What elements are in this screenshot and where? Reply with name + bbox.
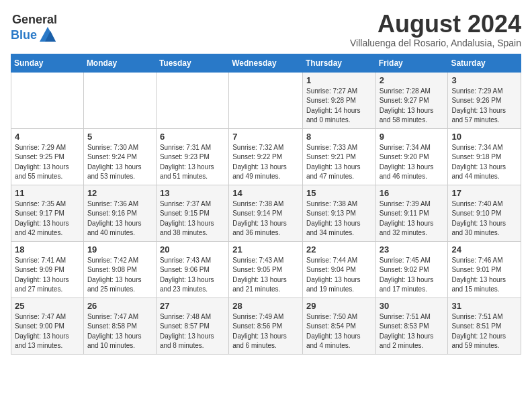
day-cell [229, 72, 303, 128]
day-number: 3 [451, 75, 517, 85]
day-cell: 5Sunrise: 7:30 AMSunset: 9:24 PMDaylight… [83, 128, 156, 185]
day-cell: 13Sunrise: 7:37 AMSunset: 9:15 PMDayligh… [156, 185, 228, 241]
day-cell: 2Sunrise: 7:28 AMSunset: 9:27 PMDaylight… [375, 72, 448, 128]
day-info: Sunrise: 7:28 AMSunset: 9:27 PMDaylight:… [380, 87, 445, 126]
day-number: 12 [87, 188, 152, 198]
day-number: 10 [451, 132, 517, 142]
day-info: Sunrise: 7:40 AMSunset: 9:10 PMDaylight:… [451, 199, 517, 238]
day-info: Sunrise: 7:42 AMSunset: 9:08 PMDaylight:… [87, 256, 152, 295]
day-cell: 15Sunrise: 7:38 AMSunset: 9:13 PMDayligh… [302, 185, 375, 241]
day-number: 26 [87, 301, 152, 311]
day-number: 25 [15, 301, 80, 311]
logo: General Blue [11, 13, 57, 44]
day-cell: 25Sunrise: 7:47 AMSunset: 9:00 PMDayligh… [11, 298, 84, 354]
day-number: 5 [87, 132, 152, 142]
day-number: 9 [380, 132, 445, 142]
logo-general: General [12, 13, 57, 26]
day-info: Sunrise: 7:34 AMSunset: 9:18 PMDaylight:… [451, 143, 517, 182]
day-cell [156, 72, 228, 128]
day-info: Sunrise: 7:48 AMSunset: 8:57 PMDaylight:… [160, 312, 225, 351]
location-subtitle: Villaluenga del Rosario, Andalusia, Spai… [350, 38, 521, 48]
day-cell: 4Sunrise: 7:29 AMSunset: 9:25 PMDaylight… [11, 128, 84, 185]
day-number: 19 [87, 244, 152, 255]
day-number: 15 [306, 188, 372, 198]
day-number: 18 [15, 244, 80, 255]
logo-blue: Blue [11, 29, 37, 41]
day-info: Sunrise: 7:29 AMSunset: 9:25 PMDaylight:… [15, 143, 80, 182]
calendar-table: SundayMondayTuesdayWednesdayThursdayFrid… [11, 54, 521, 355]
day-info: Sunrise: 7:33 AMSunset: 9:21 PMDaylight:… [306, 143, 372, 182]
day-info: Sunrise: 7:36 AMSunset: 9:16 PMDaylight:… [87, 199, 152, 238]
day-number: 14 [232, 188, 299, 198]
day-info: Sunrise: 7:37 AMSunset: 9:15 PMDaylight:… [160, 199, 225, 238]
day-cell: 19Sunrise: 7:42 AMSunset: 9:08 PMDayligh… [83, 241, 156, 298]
day-info: Sunrise: 7:32 AMSunset: 9:22 PMDaylight:… [232, 143, 299, 182]
col-header-friday: Friday [375, 54, 448, 72]
col-header-saturday: Saturday [448, 54, 521, 72]
header-row: SundayMondayTuesdayWednesdayThursdayFrid… [11, 54, 521, 72]
title-area: August 2024 Villaluenga del Rosario, And… [350, 11, 521, 48]
day-cell: 1Sunrise: 7:27 AMSunset: 9:28 PMDaylight… [302, 72, 375, 128]
day-info: Sunrise: 7:38 AMSunset: 9:13 PMDaylight:… [306, 199, 372, 238]
day-info: Sunrise: 7:39 AMSunset: 9:11 PMDaylight:… [380, 199, 445, 238]
day-number: 28 [232, 301, 299, 311]
day-cell: 12Sunrise: 7:36 AMSunset: 9:16 PMDayligh… [83, 185, 156, 241]
day-info: Sunrise: 7:34 AMSunset: 9:20 PMDaylight:… [380, 143, 445, 182]
day-number: 8 [306, 132, 372, 142]
day-info: Sunrise: 7:47 AMSunset: 9:00 PMDaylight:… [15, 312, 80, 351]
day-info: Sunrise: 7:43 AMSunset: 9:06 PMDaylight:… [160, 256, 225, 295]
day-info: Sunrise: 7:31 AMSunset: 9:23 PMDaylight:… [160, 143, 225, 182]
day-number: 7 [232, 132, 299, 142]
week-row-1: 1Sunrise: 7:27 AMSunset: 9:28 PMDaylight… [11, 72, 521, 128]
day-cell: 24Sunrise: 7:46 AMSunset: 9:01 PMDayligh… [448, 241, 521, 298]
day-info: Sunrise: 7:46 AMSunset: 9:01 PMDaylight:… [451, 256, 517, 295]
day-info: Sunrise: 7:38 AMSunset: 9:14 PMDaylight:… [232, 199, 299, 238]
day-number: 2 [380, 75, 445, 85]
day-cell: 28Sunrise: 7:49 AMSunset: 8:56 PMDayligh… [229, 298, 303, 354]
day-number: 17 [451, 188, 517, 198]
week-row-2: 4Sunrise: 7:29 AMSunset: 9:25 PMDaylight… [11, 128, 521, 185]
day-number: 11 [15, 188, 80, 198]
day-cell: 10Sunrise: 7:34 AMSunset: 9:18 PMDayligh… [448, 128, 521, 185]
day-cell: 30Sunrise: 7:51 AMSunset: 8:53 PMDayligh… [375, 298, 448, 354]
day-info: Sunrise: 7:43 AMSunset: 9:05 PMDaylight:… [232, 256, 299, 295]
day-cell: 21Sunrise: 7:43 AMSunset: 9:05 PMDayligh… [229, 241, 303, 298]
day-cell [11, 72, 84, 128]
day-number: 16 [380, 188, 445, 198]
day-cell: 31Sunrise: 7:51 AMSunset: 8:51 PMDayligh… [448, 298, 521, 354]
month-title: August 2024 [350, 11, 521, 38]
day-number: 6 [160, 132, 225, 142]
day-cell: 22Sunrise: 7:44 AMSunset: 9:04 PMDayligh… [302, 241, 375, 298]
day-info: Sunrise: 7:50 AMSunset: 8:54 PMDaylight:… [306, 312, 372, 351]
day-cell: 20Sunrise: 7:43 AMSunset: 9:06 PMDayligh… [156, 241, 228, 298]
day-number: 20 [160, 244, 225, 255]
day-number: 24 [451, 244, 517, 255]
day-cell [83, 72, 156, 128]
day-info: Sunrise: 7:30 AMSunset: 9:24 PMDaylight:… [87, 143, 152, 182]
day-number: 23 [380, 244, 445, 255]
col-header-tuesday: Tuesday [156, 54, 228, 72]
day-cell: 8Sunrise: 7:33 AMSunset: 9:21 PMDaylight… [302, 128, 375, 185]
day-info: Sunrise: 7:49 AMSunset: 8:56 PMDaylight:… [232, 312, 299, 351]
day-cell: 27Sunrise: 7:48 AMSunset: 8:57 PMDayligh… [156, 298, 228, 354]
day-number: 13 [160, 188, 225, 198]
day-cell: 14Sunrise: 7:38 AMSunset: 9:14 PMDayligh… [229, 185, 303, 241]
week-row-3: 11Sunrise: 7:35 AMSunset: 9:17 PMDayligh… [11, 185, 521, 241]
col-header-sunday: Sunday [11, 54, 84, 72]
col-header-wednesday: Wednesday [229, 54, 303, 72]
day-cell: 17Sunrise: 7:40 AMSunset: 9:10 PMDayligh… [448, 185, 521, 241]
day-cell: 23Sunrise: 7:45 AMSunset: 9:02 PMDayligh… [375, 241, 448, 298]
day-info: Sunrise: 7:51 AMSunset: 8:51 PMDaylight:… [451, 312, 517, 351]
header: General Blue August 2024 Villaluenga del… [11, 11, 521, 48]
day-number: 29 [306, 301, 372, 311]
day-info: Sunrise: 7:45 AMSunset: 9:02 PMDaylight:… [380, 256, 445, 295]
day-number: 1 [306, 75, 372, 85]
day-cell: 9Sunrise: 7:34 AMSunset: 9:20 PMDaylight… [375, 128, 448, 185]
day-cell: 16Sunrise: 7:39 AMSunset: 9:11 PMDayligh… [375, 185, 448, 241]
day-number: 30 [380, 301, 445, 311]
day-cell: 6Sunrise: 7:31 AMSunset: 9:23 PMDaylight… [156, 128, 228, 185]
logo-icon [38, 26, 57, 44]
day-info: Sunrise: 7:51 AMSunset: 8:53 PMDaylight:… [380, 312, 445, 351]
day-number: 27 [160, 301, 225, 311]
day-cell: 11Sunrise: 7:35 AMSunset: 9:17 PMDayligh… [11, 185, 84, 241]
